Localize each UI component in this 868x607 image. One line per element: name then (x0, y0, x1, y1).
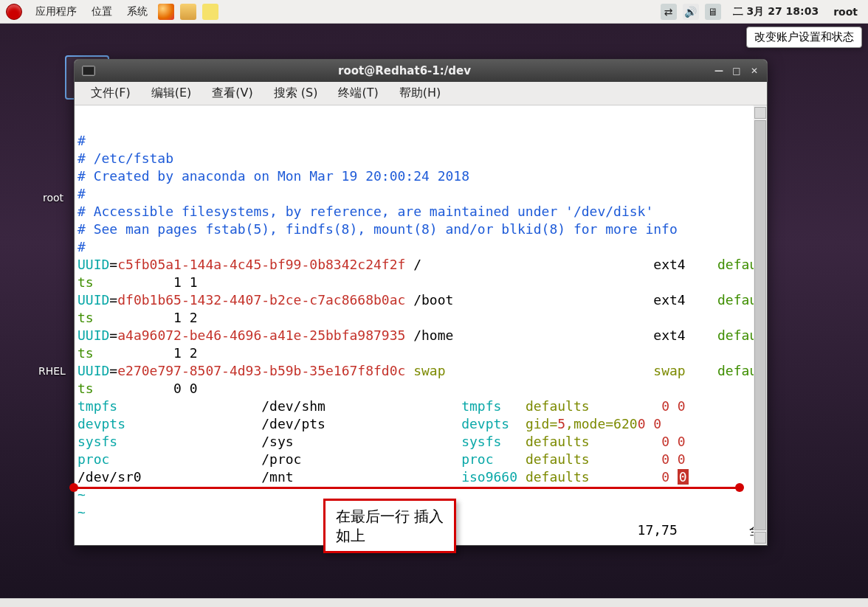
file-manager-icon[interactable] (180, 4, 196, 20)
annotation-text-1: 在最后一行 插入 (336, 507, 444, 526)
display-icon[interactable]: 🖥 (705, 4, 721, 20)
menu-terminal[interactable]: 终端(T) (328, 86, 388, 101)
firefox-icon[interactable] (158, 4, 174, 20)
menu-help[interactable]: 帮助(H) (389, 86, 452, 101)
terminal-icon (82, 66, 95, 76)
network-icon[interactable]: ⇄ (661, 4, 677, 20)
user-menu[interactable]: root (827, 6, 868, 18)
panel-menu-places[interactable]: 位置 (84, 5, 120, 18)
redhat-logo-icon[interactable] (6, 4, 22, 20)
menu-edit[interactable]: 编辑(E) (141, 86, 202, 101)
top-panel: 应用程序 位置 系统 ⇄ 🔊 🖥 二 3月 27 18:03 root (0, 0, 868, 24)
bottom-panel[interactable] (0, 598, 868, 607)
user-menu-tooltip: 改变账户设置和状态 (746, 27, 862, 48)
annotation-line (74, 487, 738, 489)
annotation-box: 在最后一行 插入 如上 (323, 499, 456, 553)
panel-menu-system[interactable]: 系统 (120, 5, 155, 18)
notes-icon[interactable] (202, 4, 218, 20)
volume-icon[interactable]: 🔊 (683, 4, 699, 20)
maximize-button[interactable]: □ (730, 65, 743, 77)
menu-view[interactable]: 查看(V) (202, 86, 263, 101)
panel-menu-applications[interactable]: 应用程序 (28, 5, 84, 18)
terminal-body: # # /etc/fstab # Created by anaconda on … (75, 105, 767, 545)
clock-text[interactable]: 二 3月 27 18:03 (724, 5, 827, 18)
window-title: root@Redhat6-1:/dev (103, 64, 706, 77)
scroll-thumb[interactable] (754, 120, 766, 530)
terminal-window: root@Redhat6-1:/dev — □ ✕ 文件(F) 编辑(E) 查看… (74, 59, 768, 546)
window-titlebar[interactable]: root@Redhat6-1:/dev — □ ✕ (75, 60, 767, 82)
menu-search[interactable]: 搜索 (S) (264, 86, 328, 101)
window-menubar: 文件(F) 编辑(E) 查看(V) 搜索 (S) 终端(T) 帮助(H) (75, 82, 767, 105)
desktop-label-rhel: RHEL (38, 365, 66, 377)
terminal-text[interactable]: # # /etc/fstab # Created by anaconda on … (75, 105, 754, 545)
annotation-dot-right (735, 483, 744, 492)
scroll-up-button[interactable] (754, 107, 766, 119)
menu-file[interactable]: 文件(F) (80, 86, 141, 101)
annotation-text-2: 如上 (336, 526, 444, 545)
close-button[interactable]: ✕ (748, 65, 761, 77)
terminal-scrollbar[interactable] (754, 105, 767, 545)
minimize-button[interactable]: — (712, 65, 726, 77)
scroll-down-button[interactable] (754, 532, 766, 544)
desktop-label-root: root (43, 192, 63, 204)
